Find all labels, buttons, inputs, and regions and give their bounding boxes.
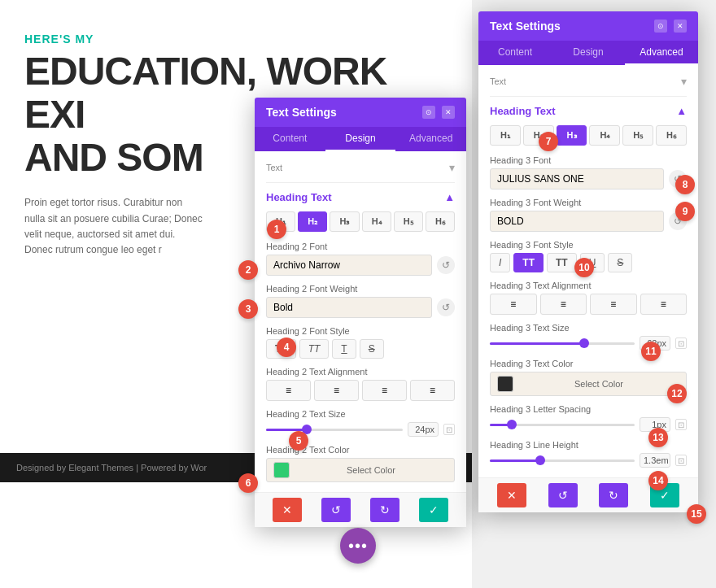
right-panel-header-icons: ⊙ ✕	[654, 20, 687, 33]
right-text-label: Text	[490, 76, 506, 86]
left-text-settings-panel: Text Settings ⊙ ✕ Content Design Advance…	[255, 98, 466, 527]
right-h3-weight-label: Heading 3 Font Weight	[490, 198, 687, 207]
h5-btn-left[interactable]: H₅	[394, 211, 423, 232]
left-h2-font-select[interactable]: Archivo Narrow	[266, 255, 432, 276]
right-h3-letter-track[interactable]	[490, 424, 635, 426]
left-confirm-button[interactable]: ✓	[419, 498, 448, 522]
right-h3-size-icon[interactable]: ⊡	[675, 338, 687, 349]
right-text-toggle[interactable]: ▾	[681, 75, 687, 88]
left-cancel-button[interactable]: ✕	[273, 498, 302, 522]
badge-13: 13	[648, 428, 668, 447]
left-h2-style-strike[interactable]: S	[360, 339, 384, 359]
tab-content-left[interactable]: Content	[255, 127, 325, 151]
right-h3-letter-icon[interactable]: ⊡	[675, 419, 687, 430]
left-h2-color-swatch[interactable]	[273, 462, 290, 478]
right-h3-size-thumb[interactable]	[579, 338, 589, 348]
left-h2-weight-label: Heading 2 Font Weight	[266, 284, 455, 294]
left-h2-align-label: Heading 2 Text Alignment	[266, 367, 455, 377]
h1-btn-right[interactable]: H₁	[490, 125, 521, 146]
left-panel-pin-icon[interactable]: ⊙	[422, 106, 435, 119]
left-h2-align-right[interactable]: ≡	[362, 380, 407, 401]
right-h3-weight-select[interactable]: BOLD	[490, 211, 664, 232]
tab-content-right[interactable]: Content	[478, 41, 552, 65]
right-h3-line-icon[interactable]: ⊡	[675, 455, 687, 466]
right-h3-align-left[interactable]: ≡	[490, 294, 537, 315]
left-panel-header: Text Settings ⊙ ✕	[255, 98, 466, 127]
right-h3-style-bold2[interactable]: TT	[547, 253, 577, 272]
right-h3-font-select[interactable]: JULIUS SANS ONE	[490, 168, 664, 189]
left-h2-align-justify[interactable]: ≡	[410, 380, 455, 401]
right-redo-button[interactable]: ↻	[599, 483, 628, 507]
badge-2: 2	[238, 260, 258, 280]
right-panel-tabs: Content Design Advanced	[478, 41, 698, 65]
left-h2-align-center[interactable]: ≡	[314, 380, 359, 401]
left-text-toggle[interactable]: ▾	[449, 161, 455, 174]
right-cancel-button[interactable]: ✕	[497, 483, 526, 507]
left-h2-size-track[interactable]	[266, 429, 403, 431]
left-heading-section: Heading Text ▲	[266, 191, 455, 203]
badge-7: 7	[539, 132, 558, 151]
right-h3-style-bold[interactable]: TT	[513, 253, 544, 272]
h3-btn-right[interactable]: H₃	[557, 125, 587, 146]
right-panel-pin-icon[interactable]: ⊙	[654, 20, 667, 33]
left-h2-font-label: Heading 2 Font	[266, 242, 455, 251]
right-h3-line-track[interactable]	[490, 460, 635, 462]
left-h2-size-label: Heading 2 Text Size	[266, 409, 455, 419]
right-h3-align-right[interactable]: ≡	[590, 294, 637, 315]
left-redo-button[interactable]: ↻	[370, 498, 399, 522]
tab-design-right[interactable]: Design	[552, 41, 625, 65]
right-h3-letter-thumb[interactable]	[507, 420, 517, 429]
left-panel-body: Text ▾ Heading Text ▲ H₁ H₂ H₃ H₄ H₅ H₆ …	[255, 151, 466, 492]
right-h3-align-justify[interactable]: ≡	[640, 294, 688, 315]
right-h3-size-track[interactable]	[490, 342, 635, 345]
left-h2-weight-select[interactable]: Bold	[266, 297, 432, 318]
left-text-label: Text	[266, 163, 282, 172]
h6-btn-left[interactable]: H₆	[426, 211, 455, 232]
left-h2-style-italic[interactable]: TT	[299, 339, 330, 359]
right-h3-align-center[interactable]: ≡	[540, 294, 587, 315]
right-h-buttons: H₁ H₂ H₃ H₄ H₅ H₆	[490, 125, 687, 146]
left-h2-style-underline[interactable]: T	[332, 339, 356, 359]
badge-1: 1	[267, 220, 286, 239]
tab-advanced-left[interactable]: Advanced	[395, 127, 466, 151]
right-h3-font-wrap: JULIUS SANS ONE ↺	[490, 168, 687, 189]
badge-6: 6	[238, 473, 258, 493]
right-h3-color-select[interactable]: Select Color	[518, 379, 679, 389]
left-panel-tabs: Content Design Advanced	[255, 127, 466, 151]
right-h3-size-label: Heading 3 Text Size	[490, 323, 687, 333]
h4-btn-right[interactable]: H₄	[589, 125, 620, 146]
right-text-section: Text ▾	[490, 75, 687, 88]
right-h3-color-swatch[interactable]	[497, 376, 513, 392]
right-h3-font-label: Heading 3 Font	[490, 155, 687, 165]
right-h3-line-thumb[interactable]	[535, 455, 545, 465]
h2-btn-left[interactable]: H₂	[298, 211, 327, 232]
left-h2-font-wrap: Archivo Narrow ↺	[266, 255, 455, 276]
right-panel-header: Text Settings ⊙ ✕	[478, 11, 698, 41]
badge-10: 10	[574, 258, 594, 277]
right-panel-close-icon[interactable]: ✕	[674, 20, 687, 33]
left-text-section: Text ▾	[266, 161, 455, 174]
left-h2-font-reset[interactable]: ↺	[437, 256, 455, 274]
h5-btn-right[interactable]: H₅	[622, 125, 653, 146]
right-heading-section: Heading Text ▲	[490, 105, 687, 117]
fab-button[interactable]: •••	[340, 528, 376, 564]
left-h2-size-value: 24px	[408, 422, 439, 437]
left-h2-color-select[interactable]: Select Color	[295, 465, 448, 475]
right-h3-style-strike[interactable]: S	[608, 253, 632, 272]
right-heading-toggle[interactable]: ▲	[676, 105, 687, 117]
right-h3-line-fill	[490, 460, 540, 462]
left-undo-button[interactable]: ↺	[321, 498, 351, 522]
tab-design-left[interactable]: Design	[325, 127, 396, 151]
right-undo-button[interactable]: ↺	[548, 483, 578, 507]
left-h2-weight-reset[interactable]: ↺	[437, 298, 455, 316]
h3-btn-left[interactable]: H₃	[330, 211, 359, 232]
left-h2-size-icon[interactable]: ⊡	[443, 424, 455, 435]
badge-14: 14	[648, 471, 668, 490]
left-panel-close-icon[interactable]: ✕	[442, 106, 455, 119]
h6-btn-right[interactable]: H₆	[656, 125, 687, 146]
left-heading-toggle[interactable]: ▲	[444, 191, 455, 203]
tab-advanced-right[interactable]: Advanced	[625, 41, 698, 65]
right-h3-style-italic[interactable]: I	[490, 253, 510, 272]
left-h2-align-left[interactable]: ≡	[266, 380, 311, 401]
h4-btn-left[interactable]: H₄	[362, 211, 391, 232]
